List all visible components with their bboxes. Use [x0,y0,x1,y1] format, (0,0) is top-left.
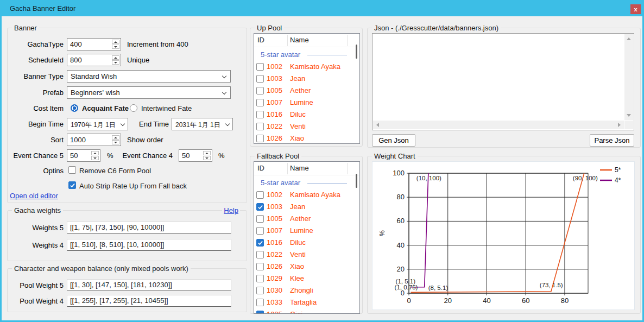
acquaint-fate-radio[interactable] [71,104,78,112]
json-textarea[interactable] [372,33,634,130]
pool-row[interactable]: 1030Zhongli [254,285,359,296]
pool-row[interactable]: 1029Klee [254,273,359,285]
scrollbar-thumb[interactable] [356,45,357,59]
weight-chart-svg: 020406080020406080100%(10, 100)(90, 100)… [372,162,634,310]
row-name: Diluc [290,238,306,247]
pool-row[interactable]: 1033Tartaglia [254,296,359,308]
gachatype-spinner[interactable]: 400 [67,38,121,50]
weights4-input[interactable]: [[1, 510], [8, 510], [10, 10000]] [67,239,231,251]
spinner-down-button[interactable] [112,60,119,65]
balance-group: Character and weapon balance (only mixed… [7,268,247,312]
remove-c6-label[interactable]: Remove C6 Form Pool [79,167,151,175]
help-link[interactable]: Help [222,206,240,214]
spinner-down-button[interactable] [112,140,119,144]
row-checkbox[interactable] [256,87,264,94]
pool-row[interactable]: 1026Xiao [254,261,359,273]
json-horizontal-scrollbar[interactable] [373,121,624,129]
intertwined-fate-label[interactable]: Intertwined Fate [141,104,192,112]
spinner-down-button[interactable] [203,156,211,160]
sort-spinner[interactable]: 1000 [67,134,121,146]
fallback-pool-list[interactable]: ID Name 5-star avatar 1002Kamisato Ayaka… [254,161,360,314]
open-old-editor-link[interactable]: Open old editor [10,192,58,200]
acquaint-fate-label[interactable]: Acquaint Fate [82,104,129,112]
remove-c6-checkbox[interactable] [68,166,76,174]
scheduleid-value: 800 [70,56,82,64]
pool-row[interactable]: 1007Lumine [254,225,359,237]
event-chance5-spinner[interactable]: 50 [67,149,100,162]
event-chance5-unit: % [107,151,113,160]
row-checkbox[interactable] [256,111,264,118]
spinner-up-button[interactable] [91,151,99,155]
pool-row[interactable]: 1002Kamisato Ayaka [254,189,359,201]
spinner-up-button[interactable] [112,40,119,44]
row-id: 1016 [267,110,282,118]
scroll-down-icon[interactable] [627,114,631,117]
pool-row[interactable]: 1007Lumine [254,97,359,109]
row-checkbox[interactable] [256,239,264,247]
pool-row[interactable]: 1035Qiqi [254,308,359,314]
spinner-down-button[interactable] [112,45,119,49]
scrollbar-thumb[interactable] [356,174,357,188]
auto-strip-label[interactable]: Auto Strip Rate Up From Fall back [79,182,187,190]
pool-row[interactable]: 1016Diluc [254,109,359,121]
banner-type-combobox[interactable]: Standard Wish [67,70,231,83]
arrow-down-icon [205,157,209,159]
pool-row[interactable]: 1016Diluc [254,237,359,249]
row-checkbox[interactable] [256,75,264,83]
row-checkbox[interactable] [256,191,264,199]
row-name: Aether [290,86,311,94]
pool-row[interactable]: 1003Jean [254,201,359,213]
gen-json-button[interactable]: Gen Json [372,134,415,147]
event-chance4-label: Event Chance 4 [118,151,173,160]
spinner-up-button[interactable] [203,151,211,155]
event-chance4-spinner[interactable]: 50 [179,149,212,162]
pool-row[interactable]: 1003Jean [254,73,359,85]
spinner-down-button[interactable] [91,156,99,160]
row-checkbox[interactable] [256,135,264,142]
scroll-up-icon[interactable] [627,37,631,40]
chart-annotation: (73, 1.5) [540,282,563,288]
arrow-up-icon [114,137,117,138]
json-vertical-scrollbar[interactable] [624,34,633,120]
pool-row[interactable]: 1022Venti [254,121,359,132]
pool-weight5-input[interactable]: [[1, 30], [147, 150], [181, 10230]] [67,279,231,291]
pool-row[interactable]: 1022Venti [254,249,359,261]
spinner-buttons [112,55,119,65]
scroll-right-icon[interactable] [618,123,621,127]
end-time-label: End Time [115,120,169,128]
end-time-picker[interactable]: 2031年 1月 1日 [172,118,233,130]
row-checkbox[interactable] [256,251,264,258]
pool-weight4-input[interactable]: [[1, 255], [17, 255], [21, 10455]] [67,295,231,307]
weights5-input[interactable]: [[1, 75], [73, 150], [90, 10000]] [67,222,231,233]
row-checkbox[interactable] [256,203,264,211]
pool-row[interactable]: 1005Aether [254,213,359,225]
row-checkbox[interactable] [256,63,264,71]
spinner-up-button[interactable] [112,55,119,60]
row-checkbox[interactable] [256,215,264,223]
row-checkbox[interactable] [256,275,264,282]
row-checkbox[interactable] [256,227,264,235]
prefab-combobox[interactable]: Beginners' wish [67,86,231,99]
row-id: 1022 [267,122,282,130]
spinner-buttons [91,151,99,160]
auto-strip-checkbox[interactable] [68,181,76,189]
row-name: Xiao [290,262,304,270]
row-checkbox[interactable] [256,287,264,294]
scheduleid-spinner[interactable]: 800 [67,54,121,66]
up-pool-list[interactable]: ID Name 5-star avatar 1002Kamisato Ayaka… [254,33,360,144]
scroll-left-icon[interactable] [376,123,379,127]
pool-row[interactable]: 1002Kamisato Ayaka [254,61,359,73]
close-button[interactable]: x [630,4,641,14]
row-checkbox[interactable] [256,99,264,106]
row-checkbox[interactable] [256,263,264,270]
pool-row[interactable]: 1026Xiao [254,132,359,144]
row-checkbox[interactable] [256,123,264,130]
spinner-up-button[interactable] [112,135,119,140]
row-checkbox[interactable] [256,311,264,314]
row-checkbox[interactable] [256,299,264,306]
row-name: Lumine [290,98,313,106]
pool-row[interactable]: 1005Aether [254,85,359,97]
title-bar[interactable]: Gacha Banner Editor x [0,0,644,16]
intertwined-fate-radio[interactable] [130,104,137,112]
parse-json-button[interactable]: Parse Json [590,134,634,147]
